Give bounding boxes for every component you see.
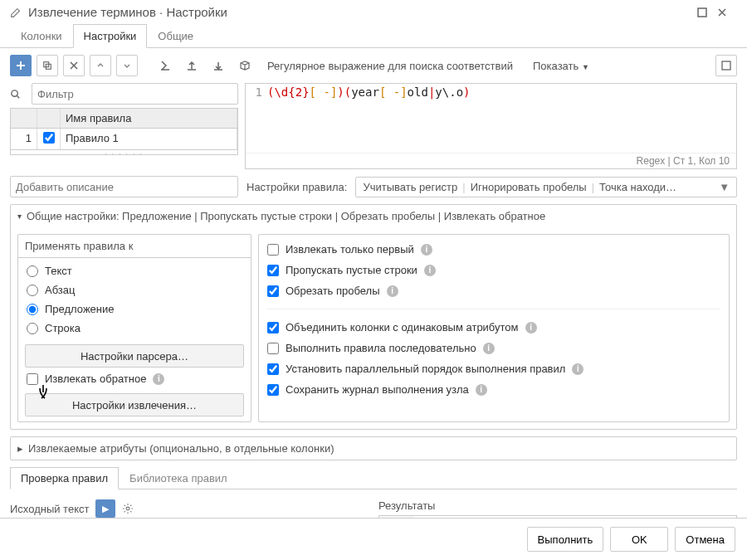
rules-header-name: Имя правила bbox=[61, 109, 237, 128]
rule-index: 1 bbox=[11, 129, 37, 149]
apply-line-radio[interactable]: Строка bbox=[27, 322, 242, 334]
parser-settings-button[interactable]: Настройки парсера… bbox=[25, 344, 244, 368]
apply-sentence-radio[interactable]: Предложение bbox=[27, 303, 242, 315]
attributes-expander[interactable]: ▸ Извлекаемые атрибуты (опционально, в о… bbox=[10, 436, 737, 460]
skip-empty-checkbox[interactable]: Пропускать пустые строкиi bbox=[267, 264, 720, 276]
search-icon bbox=[10, 89, 27, 100]
options-box: Извлекать только первыйi Пропускать пуст… bbox=[258, 234, 730, 422]
info-icon: i bbox=[483, 343, 495, 354]
info-icon: i bbox=[153, 373, 164, 385]
run-preview-button[interactable]: ▶ bbox=[95, 499, 115, 518]
move-up-button[interactable] bbox=[90, 55, 111, 76]
copy-button[interactable] bbox=[37, 55, 58, 76]
svg-point-4 bbox=[12, 90, 17, 95]
upload-icon[interactable] bbox=[181, 55, 203, 76]
save-log-checkbox[interactable]: Сохранить журнал выполнения узлаi bbox=[267, 383, 720, 396]
edit-icon bbox=[10, 7, 22, 18]
rule-settings-label: Настройки правила: bbox=[247, 181, 347, 193]
info-icon: i bbox=[421, 244, 432, 256]
common-settings-expander: ▾ Общие настройки: Предложение | Пропуск… bbox=[10, 204, 737, 430]
table-row[interactable]: 1 Правило 1 bbox=[11, 129, 237, 149]
bottom-tabs: Проверка правил Библиотека правил bbox=[10, 467, 737, 489]
package-icon[interactable] bbox=[234, 55, 256, 76]
info-icon: i bbox=[387, 285, 398, 297]
gear-icon[interactable] bbox=[122, 503, 134, 514]
extract-inverse-checkbox[interactable] bbox=[27, 373, 38, 385]
rule-settings-dropdown[interactable]: Учитывать регистр| Игнорировать пробелы|… bbox=[355, 177, 737, 197]
svg-point-5 bbox=[127, 507, 130, 510]
apply-text-radio[interactable]: Текст bbox=[27, 265, 242, 277]
svg-rect-3 bbox=[722, 61, 730, 70]
info-icon: i bbox=[476, 384, 487, 396]
import-icon[interactable] bbox=[154, 55, 176, 76]
apply-rules-box: Применять правила к Текст Абзац Предложе… bbox=[17, 234, 251, 422]
trim-checkbox[interactable]: Обрезать пробелыi bbox=[267, 285, 720, 297]
tab-columns[interactable]: Колонки bbox=[10, 24, 73, 48]
parallel-checkbox[interactable]: Установить параллельный порядок выполнен… bbox=[267, 363, 720, 375]
run-button[interactable]: Выполнить bbox=[527, 527, 604, 552]
rule-name: Правило 1 bbox=[61, 129, 237, 149]
source-text-label: Исходный текст bbox=[10, 503, 89, 515]
content-area: Регулярное выражение для поиска соответс… bbox=[0, 48, 747, 518]
show-dropdown[interactable]: Показать ▼ bbox=[525, 56, 598, 75]
only-first-checkbox[interactable]: Извлекать только первыйi bbox=[267, 243, 720, 256]
chevron-right-icon: ▸ bbox=[17, 442, 23, 455]
editor-status: Regex | Ст 1, Кол 10 bbox=[246, 153, 736, 168]
tab-rule-library[interactable]: Библиотека правил bbox=[119, 467, 238, 489]
delete-button[interactable] bbox=[63, 55, 85, 76]
dialog-footer: Выполнить OK Отмена bbox=[0, 518, 747, 560]
maximize-button[interactable] bbox=[697, 7, 717, 17]
chevron-down-icon: ▾ bbox=[17, 212, 22, 221]
merge-cols-checkbox[interactable]: Объединить колонки с одинаковым атрибуто… bbox=[267, 321, 720, 334]
tab-settings[interactable]: Настройки bbox=[73, 24, 148, 48]
close-button[interactable] bbox=[717, 7, 737, 17]
add-button[interactable] bbox=[10, 55, 32, 76]
rule-enable-checkbox[interactable] bbox=[43, 132, 55, 144]
extraction-settings-button[interactable]: Настройки извлечения… bbox=[25, 393, 244, 416]
description-input[interactable] bbox=[10, 176, 238, 197]
move-down-button[interactable] bbox=[116, 55, 138, 76]
regex-label: Регулярное выражение для поиска соответс… bbox=[267, 60, 513, 72]
common-settings-toggle[interactable]: ▾ Общие настройки: Предложение | Пропуск… bbox=[11, 205, 736, 227]
apply-rules-header: Применять правила к bbox=[18, 235, 251, 258]
window-title: Извлечение терминов · Настройки bbox=[28, 5, 697, 19]
ok-button[interactable]: OK bbox=[610, 527, 668, 552]
filter-input[interactable] bbox=[32, 83, 238, 105]
apply-paragraph-radio[interactable]: Абзац bbox=[27, 284, 242, 296]
results-label: Результаты bbox=[378, 499, 435, 512]
info-icon: i bbox=[525, 322, 537, 334]
info-icon: i bbox=[572, 363, 583, 375]
expand-editor-button[interactable] bbox=[715, 55, 737, 76]
tab-general[interactable]: Общие bbox=[147, 24, 204, 48]
line-gutter: 1 bbox=[246, 85, 267, 153]
resize-handle[interactable]: · · · · · · bbox=[10, 150, 238, 155]
regex-text[interactable]: (\d{2}[ -])(year[ -]old|y\.o) bbox=[267, 85, 736, 153]
sequential-checkbox[interactable]: Выполнить правила последовательноi bbox=[267, 342, 720, 354]
info-icon: i bbox=[424, 265, 436, 276]
toolbar: Регулярное выражение для поиска соответс… bbox=[10, 55, 737, 76]
regex-editor[interactable]: 1 (\d{2}[ -])(year[ -]old|y\.o) Regex | … bbox=[245, 83, 737, 169]
dialog-window: Извлечение терминов · Настройки Колонки … bbox=[0, 0, 747, 560]
download-icon[interactable] bbox=[208, 55, 229, 76]
tab-check-rules[interactable]: Проверка правил bbox=[10, 467, 119, 489]
svg-rect-0 bbox=[698, 8, 706, 17]
rules-table: Имя правила 1 Правило 1 bbox=[10, 108, 238, 150]
main-tabs: Колонки Настройки Общие bbox=[0, 24, 747, 48]
cancel-button[interactable]: Отмена bbox=[675, 527, 735, 552]
chevron-down-icon: ▼ bbox=[719, 181, 730, 193]
titlebar: Извлечение терминов · Настройки bbox=[0, 0, 747, 24]
